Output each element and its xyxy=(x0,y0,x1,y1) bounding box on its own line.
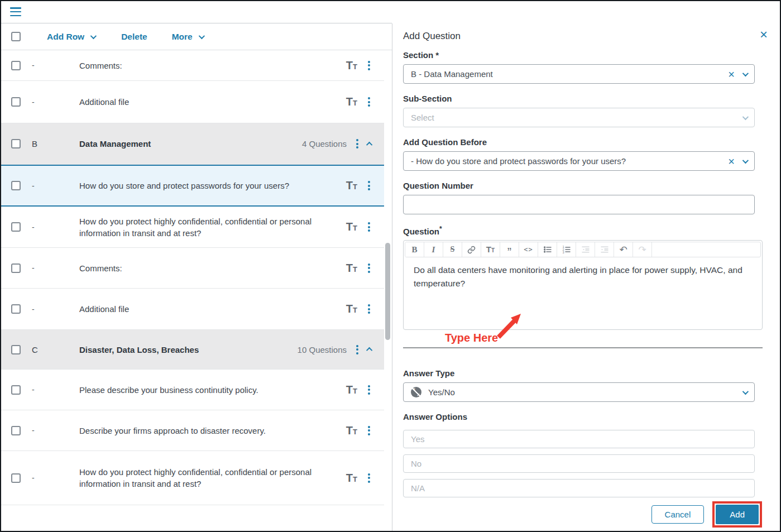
sub-section-select[interactable]: Select xyxy=(403,108,755,127)
kebab-menu-icon[interactable] xyxy=(367,180,371,191)
kebab-menu-icon[interactable] xyxy=(367,303,371,315)
answer-option-input-no[interactable]: No xyxy=(403,454,755,473)
question-row[interactable]: - How do you protect highly confidential… xyxy=(1,207,384,248)
select-all-checkbox[interactable] xyxy=(11,32,21,41)
section-select[interactable]: B - Data Management × xyxy=(403,64,755,84)
undo-button[interactable]: ↶ xyxy=(614,242,633,257)
bold-button[interactable]: B xyxy=(405,242,424,257)
text-format-icon[interactable]: TT xyxy=(346,472,357,485)
kebab-menu-icon[interactable] xyxy=(355,138,360,150)
question-row[interactable]: - Comments: TT xyxy=(1,50,384,81)
numbered-list-button[interactable]: 1 2 3 xyxy=(557,242,576,257)
menu-icon[interactable] xyxy=(10,7,21,16)
bullet-list-button[interactable] xyxy=(538,242,557,257)
answer-type-select[interactable]: ×✓ Yes/No xyxy=(403,382,755,402)
chevron-down-icon[interactable] xyxy=(742,70,749,76)
question-editor[interactable]: B I S TT ” <> xyxy=(403,240,763,330)
question-row[interactable]: - Please describe your business continut… xyxy=(1,370,384,410)
delete-button[interactable]: Delete xyxy=(121,32,147,42)
chevron-down-icon[interactable] xyxy=(742,157,749,163)
add-button[interactable]: Add xyxy=(716,505,759,524)
kebab-menu-icon[interactable] xyxy=(367,472,371,484)
text-format-icon[interactable]: TT xyxy=(346,262,357,275)
strikethrough-button[interactable]: S xyxy=(443,242,462,257)
cancel-button[interactable]: Cancel xyxy=(651,505,705,524)
question-text: Additional file xyxy=(79,303,328,315)
text-format-icon[interactable]: TT xyxy=(346,424,357,437)
link-button[interactable] xyxy=(462,242,481,257)
row-checkbox[interactable] xyxy=(11,263,21,273)
kebab-menu-icon[interactable] xyxy=(367,425,371,437)
add-button-annotation-box: Add xyxy=(712,501,762,528)
row-checkbox[interactable] xyxy=(11,181,21,190)
list-toolbar: Add Row Delete More xyxy=(1,23,392,50)
question-count: 4 Questions xyxy=(302,139,347,148)
blockquote-button[interactable]: ” xyxy=(500,242,519,257)
close-icon[interactable]: × xyxy=(760,28,768,41)
row-checkbox[interactable] xyxy=(11,139,21,148)
row-checkbox[interactable] xyxy=(11,426,21,435)
delete-label: Delete xyxy=(121,32,147,42)
text-format-icon[interactable]: TT xyxy=(346,303,357,315)
question-text: Describe your firms approach to disaster… xyxy=(79,425,328,437)
clear-icon[interactable]: × xyxy=(728,156,735,167)
answer-option-input-yes[interactable]: Yes xyxy=(403,430,755,448)
question-row-selected[interactable]: - How do you store and protect passwords… xyxy=(1,165,384,207)
kebab-menu-icon[interactable] xyxy=(355,344,360,356)
questionnaire-builder-app: Add Row Delete More - Comments: TT xyxy=(0,0,781,532)
clear-icon[interactable]: × xyxy=(728,69,735,80)
kebab-menu-icon[interactable] xyxy=(367,221,371,233)
question-row[interactable]: - Comments: TT xyxy=(1,248,384,289)
list-scrollbar[interactable] xyxy=(385,243,390,340)
text-format-icon[interactable]: TT xyxy=(346,221,357,233)
chevron-down-icon[interactable] xyxy=(742,113,749,119)
section-label: Section * xyxy=(403,50,439,60)
question-text: How do you protect highly confidential, … xyxy=(79,215,328,239)
kebab-menu-icon[interactable] xyxy=(367,60,371,71)
row-checkbox[interactable] xyxy=(11,222,21,232)
row-checkbox[interactable] xyxy=(11,473,21,483)
question-row[interactable]: - Additional file TT xyxy=(1,289,384,330)
code-button[interactable]: <> xyxy=(519,242,538,257)
indent-icon xyxy=(600,245,609,254)
section-row-c[interactable]: C Disaster, Data Loss, Breaches 10 Quest… xyxy=(1,330,384,370)
font-size-button[interactable]: TT xyxy=(481,242,500,257)
text-format-icon[interactable]: TT xyxy=(346,384,357,396)
add-row-button[interactable]: Add Row xyxy=(47,32,95,42)
sub-section-placeholder: Select xyxy=(411,113,434,122)
chevron-up-icon[interactable] xyxy=(366,141,372,147)
text-format-icon[interactable]: TT xyxy=(346,95,357,108)
row-checkbox[interactable] xyxy=(11,97,21,107)
row-checkbox[interactable] xyxy=(11,304,21,314)
kebab-menu-icon[interactable] xyxy=(367,262,371,274)
question-number-input[interactable] xyxy=(403,195,755,214)
question-row[interactable]: - How do you protect highly confidential… xyxy=(1,451,384,505)
section-value: B - Data Management xyxy=(411,69,493,79)
outdent-button[interactable] xyxy=(576,242,595,257)
question-editor-text[interactable]: Do all data centers have monitoring and … xyxy=(404,258,753,295)
answer-option-input-na[interactable]: N/A xyxy=(403,479,755,497)
section-letter: C xyxy=(32,345,41,354)
row-checkbox[interactable] xyxy=(11,345,21,354)
row-checkbox[interactable] xyxy=(11,61,21,70)
top-bar xyxy=(1,1,392,23)
kebab-menu-icon[interactable] xyxy=(367,96,371,108)
row-index: - xyxy=(32,426,41,435)
question-row[interactable]: - Additional file TT xyxy=(1,81,384,123)
question-row[interactable]: - Describe your firms approach to disast… xyxy=(1,410,384,451)
text-format-icon[interactable]: TT xyxy=(346,179,357,192)
text-format-icon[interactable]: TT xyxy=(346,59,357,72)
yes-no-icon: ×✓ xyxy=(411,387,421,397)
row-checkbox[interactable] xyxy=(11,385,21,395)
chevron-down-icon[interactable] xyxy=(742,388,749,394)
more-label: More xyxy=(172,32,193,42)
kebab-menu-icon[interactable] xyxy=(367,384,371,396)
section-row-b[interactable]: B Data Management 4 Questions xyxy=(1,123,384,165)
indent-button[interactable] xyxy=(595,242,614,257)
redo-button[interactable]: ↷ xyxy=(633,242,652,257)
chevron-up-icon[interactable] xyxy=(366,347,372,353)
italic-button[interactable]: I xyxy=(424,242,443,257)
add-before-select[interactable]: - How do you store and protect passwords… xyxy=(403,151,755,171)
more-button[interactable]: More xyxy=(172,32,203,42)
question-text: How do you store and protect passwords f… xyxy=(79,180,328,191)
